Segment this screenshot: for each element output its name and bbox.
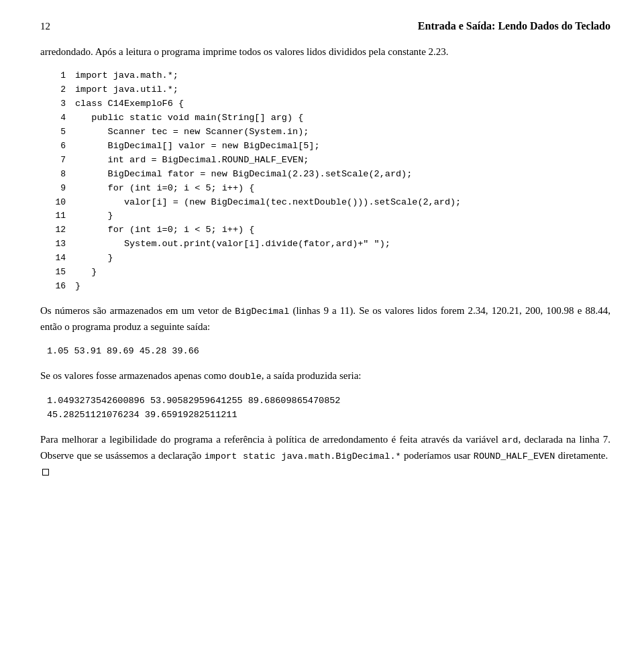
line-code-text: valor[i] = (new BigDecimal(tec.nextDoubl… [75, 196, 461, 210]
intro-paragraph: arredondado. Após a leitura o programa i… [40, 44, 610, 60]
code-line: 15 } [47, 266, 610, 280]
output-block-2: 1.0493273542600896 53.90582959641255 89.… [40, 394, 610, 423]
line-code-text: BigDecimal fator = new BigDecimal(2.23).… [75, 168, 412, 182]
line-code-text: System.out.print(valor[i].divide(fator,a… [75, 237, 390, 252]
code-line: 3class C14ExemploF6 { [47, 97, 610, 111]
code-line: 10 valor[i] = (new BigDecimal(tec.nextDo… [47, 196, 610, 210]
line-number: 11 [47, 209, 66, 223]
line-number: 10 [47, 196, 66, 209]
code-line: 9 for (int i=0; i < 5; i++) { [47, 182, 610, 196]
line-number: 6 [47, 140, 66, 153]
line-code-text: BigDecimal[] valor = new BigDecimal[5]; [75, 140, 320, 154]
line-number: 15 [47, 266, 66, 279]
line-code-text: import java.util.*; [75, 83, 178, 97]
output2-line2: 45.28251121076234 39.65919282511211 [47, 408, 610, 423]
code-line: 6 BigDecimal[] valor = new BigDecimal[5]… [47, 140, 610, 154]
line-number: 3 [47, 97, 66, 111]
code-line: 5 Scanner tec = new Scanner(System.in); [47, 125, 610, 140]
paragraph-after-code: Os números são armazenados em um vetor d… [40, 303, 610, 335]
line-number: 1 [47, 69, 66, 82]
line-code-text: } [75, 252, 113, 266]
code-line: 16} [47, 280, 610, 294]
line-code-text: for (int i=0; i < 5; i++) { [75, 182, 254, 196]
end-square-symbol [42, 469, 49, 476]
code-line: 12 for (int i=0; i < 5; i++) { [47, 223, 610, 237]
line-number: 7 [47, 154, 66, 167]
line-code-text: } [75, 209, 113, 223]
code-line: 7 int ard = BigDecimal.ROUND_HALF_EVEN; [47, 154, 610, 168]
output-block-1: 1.05 53.91 89.69 45.28 39.66 [40, 344, 610, 359]
line-code-text: Scanner tec = new Scanner(System.in); [75, 125, 309, 140]
chapter-title: Entrada e Saída: Lendo Dados do Teclado [418, 20, 610, 32]
output2-line1: 1.0493273542600896 53.90582959641255 89.… [47, 394, 610, 408]
line-number: 2 [47, 83, 66, 97]
line-number: 5 [47, 125, 66, 139]
line-number: 16 [47, 280, 66, 293]
code-line: 13 System.out.print(valor[i].divide(fato… [47, 237, 610, 252]
line-code-text: public static void main(String[] arg) { [75, 111, 303, 125]
line-number: 12 [47, 223, 66, 237]
code-block: 1import java.math.*;2import java.util.*;… [40, 69, 610, 294]
line-number: 14 [47, 252, 66, 265]
line-code-text: } [75, 280, 80, 294]
paragraph-double: Se os valores fosse armazenados apenas c… [40, 368, 610, 384]
code-line: 11 } [47, 209, 610, 223]
line-number: 13 [47, 237, 66, 251]
line-code-text: class C14ExemploF6 { [75, 97, 184, 111]
line-code-text: import java.math.*; [75, 69, 178, 83]
code-line: 1import java.math.*; [47, 69, 610, 83]
page-header: 12 Entrada e Saída: Lendo Dados do Tecla… [40, 20, 610, 32]
page-number: 12 [40, 21, 50, 32]
inline-code-round-half-even: ROUND_HALF_EVEN [474, 451, 555, 461]
code-line: 14 } [47, 252, 610, 266]
inline-code-bigdecimal: BigDecimal [235, 307, 289, 317]
line-number: 4 [47, 111, 66, 125]
line-number: 9 [47, 182, 66, 195]
inline-code-double: double [229, 372, 262, 382]
output1-text: 1.05 53.91 89.69 45.28 39.66 [47, 346, 199, 356]
code-line: 4 public static void main(String[] arg) … [47, 111, 610, 125]
inline-code-import-static: import static java.math.BigDecimal.* [205, 451, 401, 461]
paragraph-final: Para melhorar a legibilidade do programa… [40, 432, 610, 480]
line-code-text: int ard = BigDecimal.ROUND_HALF_EVEN; [75, 154, 309, 168]
code-line: 8 BigDecimal fator = new BigDecimal(2.23… [47, 168, 610, 182]
line-code-text: } [75, 266, 97, 280]
code-line: 2import java.util.*; [47, 83, 610, 97]
line-number: 8 [47, 168, 66, 181]
line-code-text: for (int i=0; i < 5; i++) { [75, 223, 254, 237]
inline-code-ard: ard [502, 435, 518, 445]
